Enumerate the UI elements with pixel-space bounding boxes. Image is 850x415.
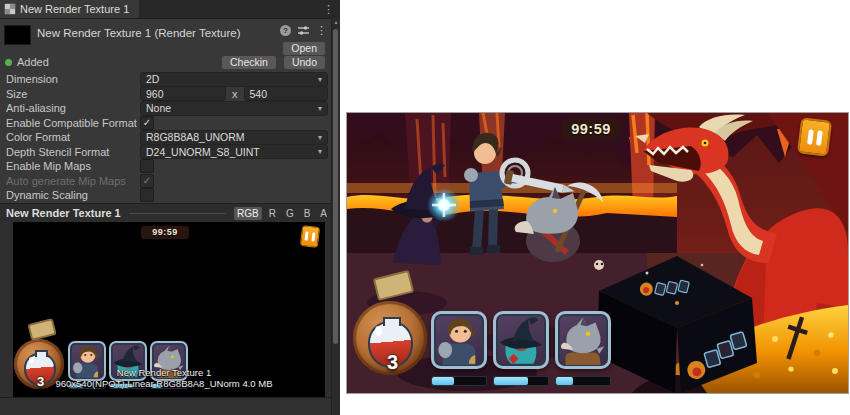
- property-row-enable-mip-maps: Enable Mip Maps: [0, 159, 340, 174]
- property-list: Dimension 2D ▾ Size 960 x 540 Anti-alias…: [0, 72, 340, 203]
- preview-info-details: 960x540(NPOT) Linear R8G8B8A8_UNorm 4.0 …: [13, 379, 315, 390]
- dropdown-arrow-icon: ▾: [318, 133, 322, 142]
- card-witch[interactable]: [493, 311, 549, 369]
- property-row-antialiasing: Anti-aliasing None ▾: [0, 101, 340, 116]
- werewolf-charge-bar: [555, 376, 611, 386]
- inspector-scrollbar: ▲: [331, 18, 340, 415]
- enable-mip-maps-checkbox[interactable]: [140, 159, 154, 173]
- screenshot-root: New Render Texture 1 ⋮ New Render Textur…: [0, 0, 850, 415]
- card-hero[interactable]: [431, 311, 487, 369]
- channel-r-button[interactable]: R: [266, 207, 279, 220]
- preview-toolbar: New Render Texture 1 RGB R G B A: [0, 203, 340, 223]
- tab-new-render-texture[interactable]: New Render Texture 1: [0, 0, 139, 18]
- preview-game-timer: 99:59: [141, 226, 189, 239]
- inspector-header: New Render Texture 1 (Render Texture) ? …: [0, 18, 340, 70]
- game-timer: 99:59: [562, 118, 620, 140]
- property-row-color-format: Color Format R8G8B8A8_UNORM ▾: [0, 130, 340, 145]
- preview-pause-button: [300, 225, 320, 248]
- render-texture-preview: 99:59 3: [13, 222, 325, 397]
- scroll-up-icon[interactable]: ▲: [332, 18, 340, 27]
- potion-count: 3: [387, 351, 398, 374]
- render-texture-icon: [4, 3, 16, 15]
- inspector-panel: New Render Texture 1 ⋮ New Render Textur…: [0, 0, 340, 415]
- preview-title: New Render Texture 1: [6, 207, 121, 219]
- channel-b-button[interactable]: B: [301, 207, 314, 220]
- checkin-button[interactable]: Checkin: [221, 55, 277, 70]
- game-party-cards: [431, 311, 611, 386]
- property-row-dynamic-scaling: Dynamic Scaling: [0, 188, 340, 203]
- tabbar-kebab-icon[interactable]: ⋮: [317, 3, 340, 16]
- tab-title: New Render Texture 1: [20, 3, 129, 15]
- property-row-enable-compatible-format: Enable Compatible Format ✓: [0, 116, 340, 131]
- color-format-dropdown[interactable]: R8G8B8A8_UNORM ▾: [140, 130, 328, 145]
- preview-info-overlay: New Render Texture 1 960x540(NPOT) Linea…: [13, 368, 315, 389]
- preview-drag-handle[interactable]: [129, 213, 226, 214]
- help-icon[interactable]: ?: [280, 25, 291, 36]
- channel-g-button[interactable]: G: [283, 207, 297, 220]
- version-control-row: Added Checkin Undo: [0, 54, 340, 70]
- game-view: 99:59 3: [346, 112, 849, 394]
- property-row-dimension: Dimension 2D ▾: [0, 72, 340, 87]
- size-height-input[interactable]: 540: [244, 86, 329, 101]
- size-separator: x: [232, 88, 238, 100]
- undo-button[interactable]: Undo: [283, 55, 326, 70]
- auto-generate-mip-maps-checkbox: ✓: [140, 174, 154, 188]
- asset-title: New Render Texture 1 (Render Texture): [37, 27, 240, 39]
- presets-icon[interactable]: [298, 25, 309, 36]
- vcs-status: Added: [17, 56, 49, 68]
- inspector-footer-strip: [0, 397, 340, 415]
- inspector-tabbar: New Render Texture 1 ⋮: [0, 0, 340, 19]
- dropdown-arrow-icon: ▾: [318, 147, 322, 156]
- preview-info-name: New Render Texture 1: [13, 368, 315, 379]
- vcs-added-dot-icon: [5, 59, 12, 66]
- property-row-depth-stencil-format: Depth Stencil Format D24_UNORM_S8_UINT ▾: [0, 145, 340, 160]
- antialiasing-dropdown[interactable]: None ▾: [140, 101, 328, 116]
- enable-compatible-format-checkbox[interactable]: ✓: [140, 116, 154, 130]
- header-kebab-icon[interactable]: ⋮: [316, 25, 327, 36]
- game-potion-button[interactable]: 3: [353, 301, 427, 375]
- channel-buttons: RGB R G B A: [234, 207, 330, 220]
- channel-a-button[interactable]: A: [317, 207, 330, 220]
- preview-area: 99:59 3: [0, 222, 340, 397]
- dropdown-arrow-icon: ▾: [318, 104, 322, 113]
- depth-stencil-format-dropdown[interactable]: D24_UNORM_S8_UINT ▾: [140, 144, 328, 159]
- card-werewolf[interactable]: [555, 311, 611, 369]
- game-pause-button[interactable]: [797, 117, 832, 157]
- scrollbar-thumb[interactable]: [333, 29, 338, 344]
- dropdown-arrow-icon: ▾: [318, 75, 322, 84]
- header-icons: ? ⋮: [280, 25, 327, 36]
- dynamic-scaling-checkbox[interactable]: [140, 188, 154, 202]
- property-row-auto-generate-mip-maps: Auto generate Mip Maps ✓: [0, 174, 340, 189]
- channel-rgb-button[interactable]: RGB: [234, 207, 262, 220]
- asset-thumbnail: [4, 25, 31, 45]
- dimension-dropdown[interactable]: 2D ▾: [140, 72, 328, 87]
- hero-charge-bar: [431, 376, 487, 386]
- size-width-input[interactable]: 960: [140, 86, 226, 101]
- property-row-size: Size 960 x 540: [0, 87, 340, 102]
- witch-charge-bar: [493, 376, 549, 386]
